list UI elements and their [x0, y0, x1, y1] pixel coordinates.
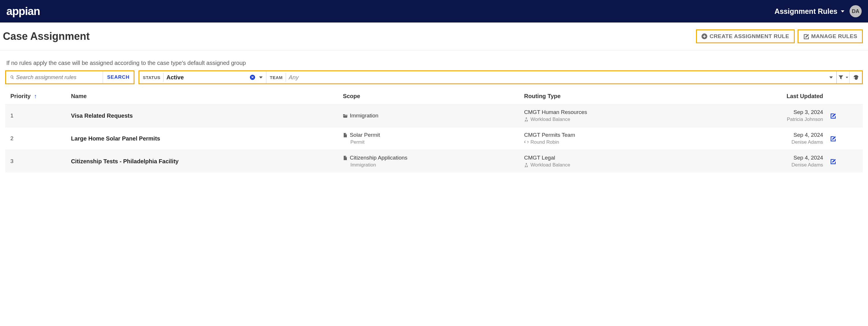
routing-type: Workload Balance: [530, 117, 570, 122]
plus-circle-icon: [702, 33, 707, 39]
edit-icon: [830, 158, 836, 164]
routing-type: Workload Balance: [530, 162, 570, 168]
chevron-down-icon: [259, 76, 262, 78]
filter-menu-button[interactable]: [837, 71, 849, 84]
manage-rules-button[interactable]: MANAGE RULES: [798, 29, 863, 43]
helper-text: If no rules apply the case will be assig…: [5, 59, 863, 70]
updated-by: Denise Adams: [728, 139, 823, 145]
nav-dropdown-label: Assignment Rules: [775, 7, 837, 15]
funnel-icon: [838, 75, 843, 80]
content-card: If no rules apply the case will be assig…: [5, 59, 863, 175]
updated-date: Sep 3, 2024: [728, 109, 823, 116]
scope-text: Solar Permit: [350, 132, 380, 138]
edit-icon: [830, 113, 836, 119]
team-filter-label: TEAM: [270, 75, 283, 80]
col-header-priority[interactable]: Priority ↑: [5, 87, 67, 104]
status-clear-icon[interactable]: ✕: [250, 75, 255, 80]
cell-name: Citizenship Tests - Philadelphia Facilit…: [67, 150, 339, 173]
divider: [163, 73, 164, 82]
scope-sub: Immigration: [343, 162, 517, 168]
search-button[interactable]: SEARCH: [103, 71, 134, 84]
cell-name: Large Home Solar Panel Permits: [67, 127, 339, 150]
edit-row-button[interactable]: [830, 136, 859, 141]
cell-priority: 3: [5, 150, 67, 173]
cell-name: Visa Related Requests: [67, 104, 339, 127]
refresh-button[interactable]: [849, 71, 862, 84]
roundrobin-icon: [524, 140, 529, 144]
chevron-down-icon: [841, 10, 844, 12]
nav-dropdown-assignment-rules[interactable]: Assignment Rules: [775, 7, 844, 15]
cell-routing: CMGT Permits Team Round Robin: [521, 127, 724, 150]
cell-updated: Sep 4, 2024 Denise Adams: [724, 150, 827, 173]
edit-row-button[interactable]: [830, 158, 859, 164]
table-row: 3 Citizenship Tests - Philadelphia Facil…: [5, 150, 863, 173]
col-header-name[interactable]: Name: [67, 87, 339, 104]
search-button-label: SEARCH: [107, 74, 130, 80]
table-row: 2 Large Home Solar Panel Permits Solar P…: [5, 127, 863, 150]
routing-team: CMGT Legal: [524, 155, 721, 161]
search-icon: [9, 75, 14, 80]
updated-date: Sep 4, 2024: [728, 155, 823, 161]
avatar[interactable]: DA: [849, 5, 862, 17]
col-header-scope[interactable]: Scope: [339, 87, 521, 104]
cell-scope: Immigration: [339, 104, 521, 127]
search-field-container: [6, 71, 103, 84]
routing-team: CMGT Human Resources: [524, 109, 721, 116]
file-icon: [343, 156, 347, 160]
page-title: Case Assignment: [3, 30, 90, 42]
status-filter-value: Active: [166, 74, 184, 81]
routing-team: CMGT Permits Team: [524, 132, 721, 138]
folder-icon: [343, 113, 347, 118]
cell-updated: Sep 3, 2024 Patricia Johnson: [724, 104, 827, 127]
workload-icon: [524, 117, 529, 122]
cell-priority: 1: [5, 104, 67, 127]
page-header: Case Assignment CREATE ASSIGNMENT RULE M…: [0, 23, 868, 51]
routing-type: Round Robin: [530, 139, 559, 145]
updated-by: Patricia Johnson: [728, 117, 823, 122]
team-filter[interactable]: TEAM Any: [266, 71, 837, 84]
cell-scope: Solar Permit Permit: [339, 127, 521, 150]
scope-text: Citizenship Applications: [350, 155, 407, 161]
col-header-updated[interactable]: Last Updated: [724, 87, 827, 104]
divider: [286, 73, 286, 82]
table-row: 1 Visa Related Requests Immigration CMGT…: [5, 104, 863, 127]
sort-asc-icon: ↑: [34, 93, 37, 99]
filters-bar: STATUS Active ✕ TEAM Any: [138, 70, 863, 84]
scope-text: Immigration: [350, 112, 378, 119]
cell-routing: CMGT Legal Workload Balance: [521, 150, 724, 173]
cell-updated: Sep 4, 2024 Denise Adams: [724, 127, 827, 150]
create-assignment-rule-button[interactable]: CREATE ASSIGNMENT RULE: [696, 29, 795, 43]
cell-scope: Citizenship Applications Immigration: [339, 150, 521, 173]
rules-table: Priority ↑ Name Scope Routing Type Last …: [5, 87, 863, 172]
edit-icon: [830, 136, 836, 141]
file-icon: [343, 133, 347, 137]
avatar-initials: DA: [852, 8, 859, 14]
manage-button-label: MANAGE RULES: [811, 33, 857, 39]
search-wrap: SEARCH: [5, 70, 134, 84]
edit-box-icon: [803, 33, 809, 39]
updated-date: Sep 4, 2024: [728, 132, 823, 138]
updated-by: Denise Adams: [728, 162, 823, 168]
status-filter-label: STATUS: [143, 75, 160, 80]
chevron-down-icon: [829, 76, 833, 78]
create-button-label: CREATE ASSIGNMENT RULE: [710, 33, 789, 39]
team-filter-value: Any: [289, 74, 299, 81]
cell-priority: 2: [5, 127, 67, 150]
chevron-down-icon: [846, 77, 848, 78]
scope-sub: Permit: [343, 139, 517, 145]
search-input[interactable]: [16, 74, 100, 80]
workload-icon: [524, 163, 529, 167]
brand-logo: appian: [6, 5, 40, 18]
cell-routing: CMGT Human Resources Workload Balance: [521, 104, 724, 127]
top-nav-bar: appian Assignment Rules DA: [0, 0, 868, 23]
col-header-routing[interactable]: Routing Type: [521, 87, 724, 104]
refresh-icon: [853, 75, 859, 80]
edit-row-button[interactable]: [830, 113, 859, 119]
status-filter[interactable]: STATUS Active ✕: [140, 71, 266, 84]
